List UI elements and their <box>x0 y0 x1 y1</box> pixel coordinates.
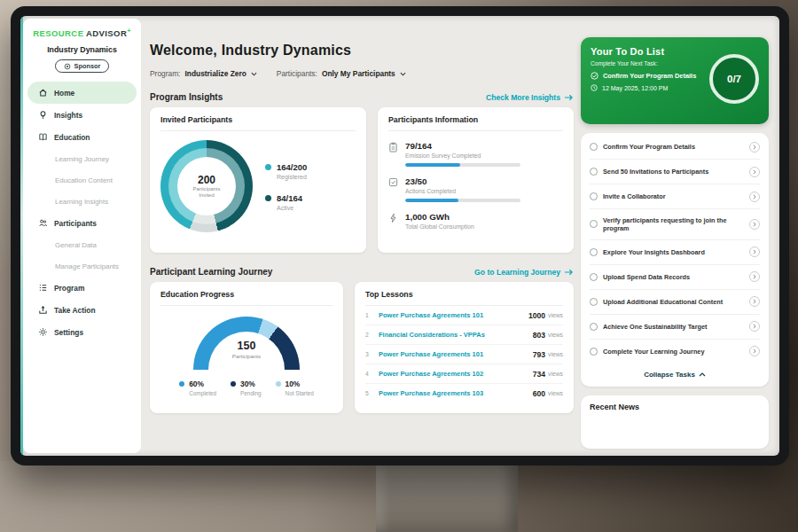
task-open-button[interactable] <box>749 246 760 257</box>
sidebar-item-insights[interactable]: Insights <box>27 104 137 126</box>
sidebar-item-participants[interactable]: Participants <box>27 212 137 234</box>
sidebar-item-label: Learning Journey <box>55 155 109 163</box>
sidebar-item-program[interactable]: Program <box>27 277 137 299</box>
sidebar-item-learning-insights[interactable]: Learning Insights <box>27 191 137 212</box>
lesson-link[interactable]: Financial Considerations - VPPAs <box>379 331 533 339</box>
gauge-legend: 60% Completed 30% Pending 10% Not Starte… <box>160 379 332 396</box>
people-icon <box>38 218 48 228</box>
sidebar-item-label: Participants <box>54 219 97 228</box>
check-circle-icon <box>591 72 598 80</box>
task-row-confirm-program[interactable]: Confirm Your Program Details <box>590 135 760 160</box>
collapse-tasks-button[interactable]: Collapse Tasks <box>590 364 760 383</box>
invited-participants-card: Invited Participants 200 ParticipantsInv… <box>150 107 366 253</box>
main-content: Welcome, Industry Dynamics Program: Indu… <box>150 16 574 456</box>
task-checkbox[interactable] <box>590 220 598 228</box>
lesson-views: 1000 <box>528 311 545 320</box>
task-row-upload-educational-content[interactable]: Upload Additional Educational Content <box>590 290 760 315</box>
stat-value: 1,000 GWh <box>405 212 474 222</box>
go-to-learning-journey-link[interactable]: Go to Learning Journey <box>474 268 574 277</box>
stat-label: Actions Completed <box>405 188 520 194</box>
task-checkbox[interactable] <box>590 348 598 356</box>
monitor-stand <box>376 463 518 532</box>
task-checkbox[interactable] <box>590 248 598 256</box>
sidebar-item-learning-journey[interactable]: Learning Journey <box>27 148 137 169</box>
chevron-right-icon <box>753 194 756 200</box>
organization-name: Industry Dynamics <box>23 45 141 54</box>
task-open-button[interactable] <box>749 321 760 332</box>
monitor-bezel: RESOURCE ADVISOR+ Industry Dynamics Spon… <box>11 6 789 466</box>
donut-center-value: 200 <box>198 174 215 186</box>
lesson-rank: 5 <box>365 390 379 396</box>
task-open-button[interactable] <box>749 219 760 230</box>
sidebar-item-label: Program <box>54 284 84 293</box>
task-checkbox[interactable] <box>590 168 598 176</box>
task-row-upload-spend-data[interactable]: Upload Spend Data Records <box>590 265 760 290</box>
lesson-rank: 4 <box>365 371 379 377</box>
sidebar: RESOURCE ADVISOR+ Industry Dynamics Spon… <box>23 19 141 453</box>
legend-dot <box>231 381 236 387</box>
sidebar-item-settings[interactable]: Settings <box>27 321 137 343</box>
task-checkbox[interactable] <box>590 143 598 151</box>
legend-value: 84/164 <box>277 193 302 203</box>
task-row-achieve-target[interactable]: Achieve One Sustainability Target <box>590 315 760 340</box>
lesson-link[interactable]: Power Purchase Agreements 101 <box>379 350 533 358</box>
link-label: Go to Learning Journey <box>474 268 560 277</box>
task-row-complete-learning-journey[interactable]: Complete Your Learning Journey <box>590 340 760 364</box>
sidebar-item-general-data[interactable]: General Data <box>27 234 137 255</box>
invited-card-body: 200 ParticipantsInvited 164/200 Register… <box>160 140 356 232</box>
action-icon <box>38 305 48 315</box>
task-label: Achieve One Sustainability Target <box>603 323 744 331</box>
lesson-rank: 3 <box>365 351 379 357</box>
sidebar-item-education-content[interactable]: Education Content <box>27 169 137 191</box>
legend-value: 10% <box>286 379 314 388</box>
legend-label: Completed <box>189 390 216 396</box>
sponsor-badge[interactable]: Sponsor <box>55 59 110 73</box>
program-filter-dropdown[interactable]: Program: Industrialize Zero <box>150 69 257 78</box>
task-checkbox[interactable] <box>590 298 598 306</box>
lesson-link[interactable]: Power Purchase Agreements 101 <box>379 311 528 319</box>
task-label: Complete Your Learning Journey <box>603 348 744 356</box>
task-label: Upload Additional Educational Content <box>603 298 744 306</box>
task-open-button[interactable] <box>749 192 760 202</box>
task-row-send-invitations[interactable]: Send 50 Invitations to Participants <box>590 160 760 184</box>
emission-survey-progress-bar <box>405 163 520 167</box>
task-row-verify-participants[interactable]: Verify participants requesting to join t… <box>590 209 760 240</box>
task-row-invite-collaborator[interactable]: Invite a Collaborator <box>590 184 760 209</box>
insights-cards-row: Invited Participants 200 ParticipantsInv… <box>150 107 574 253</box>
arrow-right-icon <box>564 94 574 101</box>
task-checkbox[interactable] <box>590 323 598 331</box>
lesson-row: 4 Power Purchase Agreements 102 734 view… <box>365 364 563 384</box>
legend-item-completed: 60% Completed <box>179 379 216 396</box>
task-open-button[interactable] <box>749 271 760 282</box>
task-checkbox[interactable] <box>590 192 598 200</box>
task-open-button[interactable] <box>749 142 760 153</box>
sidebar-item-manage-participants[interactable]: Manage Participants <box>27 255 137 277</box>
education-progress-card: Education Progress 150 Participants 60% … <box>150 282 343 413</box>
learning-cards-row: Education Progress 150 Participants 60% … <box>150 282 574 413</box>
participants-filter-dropdown[interactable]: Participants: Only My Participants <box>277 69 406 78</box>
donut-center-label: ParticipantsInvited <box>193 186 221 200</box>
lesson-rank: 1 <box>365 312 379 318</box>
sidebar-item-home[interactable]: Home <box>27 82 137 104</box>
sidebar-item-education[interactable]: Education <box>27 126 137 148</box>
task-open-button[interactable] <box>749 346 760 356</box>
dashboard-screen: RESOURCE ADVISOR+ Industry Dynamics Spon… <box>20 16 779 456</box>
task-open-button[interactable] <box>749 296 760 307</box>
filters-row: Program: Industrialize Zero Participants… <box>150 69 574 78</box>
check-more-insights-link[interactable]: Check More Insights <box>486 93 574 102</box>
legend-item-registered: 164/200 Registered <box>265 162 307 180</box>
sidebar-item-take-action[interactable]: Take Action <box>27 299 137 321</box>
sidebar-item-label: Education <box>54 133 90 142</box>
task-open-button[interactable] <box>749 167 760 177</box>
task-row-explore-insights[interactable]: Explore Your Insights Dashboard <box>590 240 760 265</box>
program-filter-value: Industrialize Zero <box>184 69 246 78</box>
todo-progress-ring: 0/7 <box>709 54 759 104</box>
participants-filter-value: Only My Participants <box>322 69 395 78</box>
lesson-link[interactable]: Power Purchase Agreements 102 <box>379 370 533 378</box>
legend-label: Registered <box>277 174 307 180</box>
task-checkbox[interactable] <box>590 273 598 281</box>
legend-dot <box>179 381 184 387</box>
lesson-link[interactable]: Power Purchase Agreements 103 <box>379 389 533 397</box>
top-lessons-card: Top Lessons 1 Power Purchase Agreements … <box>355 282 574 413</box>
legend-value: 30% <box>240 379 261 388</box>
